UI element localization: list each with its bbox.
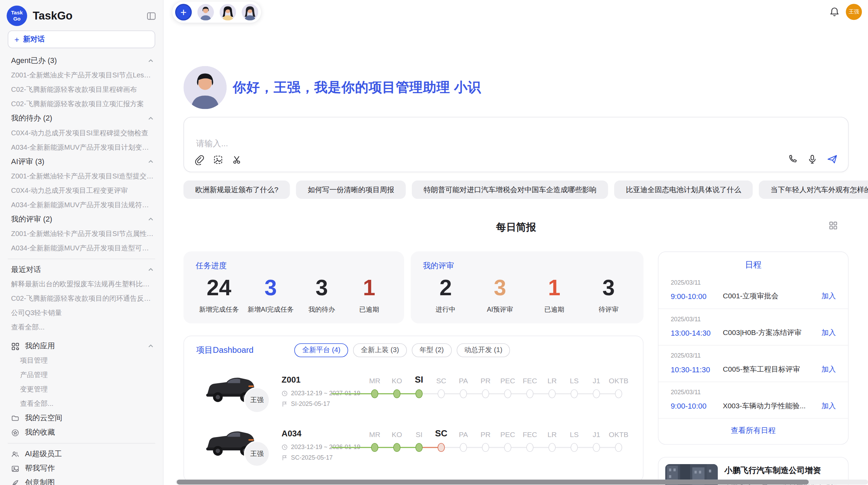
milestone-label: KO: [391, 376, 402, 385]
sidebar-item[interactable]: C02-飞腾新能源轻客改款项目里程碑画布: [0, 83, 163, 97]
panel-toggle-icon[interactable]: [146, 11, 156, 21]
suggestion-chips: 欧洲新规最近颁布了什么?如何写一份清晰的项目周报特朗普可能对进口汽车增税会对中国…: [183, 181, 848, 199]
sidebar-item-photo[interactable]: 帮我写作: [0, 461, 163, 476]
sidebar-item[interactable]: 产品管理: [0, 368, 163, 382]
dashboard-tab[interactable]: 年型 (2): [412, 343, 451, 357]
main-area: + 王强 你好，王强，我是你的项目管理助理 小识: [164, 0, 868, 485]
dashboard-tab[interactable]: 动总开发 (1): [457, 343, 510, 357]
sidebar-section-header[interactable]: AI评审 (3): [0, 154, 163, 169]
sidebar-section-header[interactable]: Agent已办 (3): [0, 54, 163, 68]
schedule-card: 日程 2025/03/119:00-10:00C001-立项审批会加入2025/…: [658, 251, 848, 445]
stat-value: 24: [207, 274, 231, 301]
project-row[interactable]: 王强A0342023-12-19 ~ 2026-01-19SC-2025-05-…: [184, 423, 643, 477]
event-time: 9:00-10:00: [671, 292, 723, 300]
suggestion-chip[interactable]: 如何写一份清晰的项目周报: [296, 181, 406, 199]
project-row[interactable]: 王强Z0012023-12-19 ~ 2027-01-19SI-2025-05-…: [184, 369, 643, 423]
stat-value: 3: [602, 274, 615, 301]
sidebar-item[interactable]: A034-全新新能源MUV产品开发项目计划变更表编写: [0, 140, 163, 154]
section-title: AI评审 (3): [11, 157, 44, 167]
sidebar-item[interactable]: 公司Q3轻卡销量: [0, 306, 163, 320]
stat-label: 新增AI完成任务: [248, 305, 294, 314]
view-all-schedule-link[interactable]: 查看所有日程: [659, 419, 848, 444]
mic-icon[interactable]: [807, 154, 818, 164]
dashboard-tab[interactable]: 全新平台 (4): [294, 343, 348, 357]
clock-icon: [281, 390, 288, 396]
chevron-up-icon: [147, 266, 154, 273]
sidebar-item-label: 创意制图: [25, 478, 55, 485]
suggestion-chip[interactable]: 比亚迪全固态电池计划具体说了什么: [614, 181, 753, 199]
flag-icon: [281, 401, 288, 407]
horizontal-scrollbar-thumb[interactable]: [177, 480, 809, 485]
suggestion-chip[interactable]: 当下年轻人对汽车外观有怎样的喜好趋势: [759, 181, 868, 199]
sidebar-item[interactable]: C02-飞腾新能源轻客改款项目立项汇报方案: [0, 97, 163, 111]
add-member-button[interactable]: +: [175, 4, 192, 21]
folder-icon: [11, 414, 19, 422]
milestone-label: LS: [570, 430, 579, 438]
sidebar-item[interactable]: 项目管理: [0, 353, 163, 368]
sidebar-item-pen[interactable]: 创意制图: [0, 476, 163, 485]
join-link[interactable]: 加入: [821, 328, 836, 338]
suggestion-chip[interactable]: 特朗普可能对进口汽车增税会对中国车企造成哪些影响: [412, 181, 608, 199]
avatar[interactable]: [219, 4, 236, 21]
join-link[interactable]: 加入: [821, 401, 836, 411]
assistant-avatar: [183, 66, 227, 109]
sidebar-item[interactable]: Z001-全新燃油皮卡产品开发项目SI节点Lesson Learn报告: [0, 68, 163, 83]
dashboard-tab[interactable]: 全新上装 (3): [353, 343, 407, 357]
scissors-icon[interactable]: [232, 154, 242, 165]
new-chat-button[interactable]: + 新对话: [8, 30, 155, 48]
sidebar-item[interactable]: 解释最新出台的欧盟报废车法规再生塑料比例被调至15%...: [0, 277, 163, 291]
stat-value: 2: [439, 274, 452, 301]
news-title: 小鹏飞行汽车制造公司增资: [724, 465, 841, 476]
layout-grid-icon[interactable]: [829, 221, 837, 230]
suggestion-chip[interactable]: 欧洲新规最近颁布了什么?: [183, 181, 290, 199]
avatar[interactable]: [242, 4, 258, 21]
chevron-up-icon: [147, 115, 154, 122]
dashboard-tabs: 全新平台 (4)全新上装 (3)年型 (2)动总开发 (1): [294, 343, 510, 357]
sidebar-item[interactable]: C02-飞腾新能源轻客改款项目的闭环通告反馈情况: [0, 291, 163, 306]
chevron-up-icon: [147, 216, 154, 223]
sidebar-item-label: 我的收藏: [25, 427, 55, 437]
sidebar-item-my-apps[interactable]: 我的应用: [0, 339, 163, 353]
chat-input[interactable]: [195, 137, 696, 156]
stat-label: 已逾期: [544, 305, 564, 314]
event-date: 2025/03/11: [671, 389, 836, 395]
sidebar-section-header[interactable]: 我的评审 (2): [0, 212, 163, 226]
stat-value: 3: [315, 274, 328, 301]
sidebar-item-star-badge[interactable]: 我的收藏: [0, 425, 163, 440]
sidebar-item[interactable]: Z001-全新燃油轻卡产品开发项目SI节点属性5D文件评审: [0, 226, 163, 241]
sidebar-section-header[interactable]: 我的待办 (2): [0, 111, 163, 126]
milestone-label: SI: [415, 430, 422, 438]
sidebar-item-folder[interactable]: 我的云空间: [0, 411, 163, 425]
stat-label: 新增完成任务: [199, 305, 239, 314]
sidebar-item[interactable]: A034-全新新能源MUV产品开发项目法规符合性评审: [0, 198, 163, 212]
image-icon[interactable]: [213, 154, 224, 165]
milestone-label: LR: [547, 376, 557, 385]
stat-label: 已逾期: [359, 305, 379, 314]
sidebar-header: Task Go TaskGo: [0, 0, 163, 29]
join-link[interactable]: 加入: [821, 291, 836, 301]
milestone-track: MRKOSISCPAPRPECFECLRLSJ1OKTB: [364, 369, 630, 423]
paperclip-icon[interactable]: [194, 154, 205, 165]
avatar[interactable]: [197, 4, 214, 21]
sidebar-item[interactable]: C0X4-动力总成开发项目SI里程碑提交物检查: [0, 126, 163, 140]
sidebar-item[interactable]: 变更管理: [0, 382, 163, 397]
milestone-dot: [548, 389, 556, 398]
milestone-dot: [415, 389, 423, 398]
phone-icon[interactable]: [788, 154, 798, 164]
milestone-label: OKTB: [609, 430, 628, 438]
sidebar-item-users[interactable]: AI超级员工: [0, 447, 163, 461]
sidebar-links: 我的云空间我的收藏: [0, 411, 163, 440]
milestone-label: LS: [570, 376, 579, 385]
sidebar-item[interactable]: C0X4-动力总成开发项目工程变更评审: [0, 183, 163, 198]
sidebar-section-header[interactable]: 最近对话: [0, 262, 163, 277]
sidebar-item[interactable]: Z001-全新燃油轻卡产品开发项目SI造型提交物评审: [0, 169, 163, 183]
milestone-dot: [393, 389, 400, 398]
sidebar-item[interactable]: A034-全新新能源MUV产品开发项目造型可行性评审: [0, 241, 163, 255]
milestone-dot: [371, 443, 378, 452]
sidebar-item[interactable]: 查看全部...: [0, 397, 163, 411]
clock-icon: [281, 444, 288, 450]
milestone-track: MRKOSISCPAPRPECFECLRLSJ1OKTB: [364, 423, 630, 477]
join-link[interactable]: 加入: [821, 364, 836, 374]
send-icon[interactable]: [827, 153, 838, 165]
sidebar-item[interactable]: 查看全部...: [0, 320, 163, 335]
